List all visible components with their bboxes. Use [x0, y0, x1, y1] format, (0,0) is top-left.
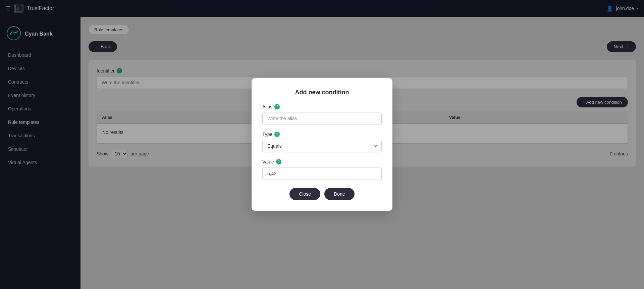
alias-help-icon[interactable]: ? — [274, 104, 280, 109]
value-input[interactable] — [262, 167, 382, 180]
type-help-icon[interactable]: ? — [274, 132, 280, 137]
close-button[interactable]: Close — [289, 188, 320, 200]
modal-type-field: Type ? Equals Not Equals Greater Than Le… — [262, 132, 382, 152]
done-button[interactable]: Done — [324, 188, 354, 200]
modal-value-field: Value ? — [262, 159, 382, 180]
modal-dialog: Add new condition Alias ? Type ? Equals … — [252, 78, 392, 211]
modal-alias-field: Alias ? — [262, 104, 382, 125]
alias-input[interactable] — [262, 112, 382, 125]
modal-title: Add new condition — [262, 89, 382, 96]
modal-value-label: Value ? — [262, 159, 382, 164]
modal-alias-label: Alias ? — [262, 104, 382, 109]
modal-overlay[interactable]: Add new condition Alias ? Type ? Equals … — [0, 0, 644, 289]
type-select[interactable]: Equals Not Equals Greater Than Less Than — [262, 140, 382, 152]
modal-actions: Close Done — [262, 188, 382, 200]
value-help-icon[interactable]: ? — [276, 159, 281, 164]
modal-type-label: Type ? — [262, 132, 382, 137]
